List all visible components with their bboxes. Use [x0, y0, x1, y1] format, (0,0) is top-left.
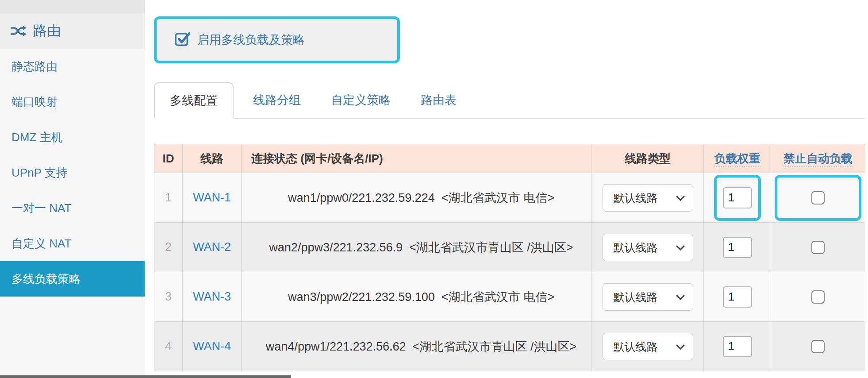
- tab-custom-policy[interactable]: 自定义策略: [320, 82, 401, 118]
- status-cell: wan3/ppw2/221.232.59.100 <湖北省武汉市 电信>: [242, 272, 592, 322]
- tab-label: 自定义策略: [331, 92, 391, 108]
- status-cell: wan2/ppw3/221.232.56.9 <湖北省武汉市青山区 /洪山区>: [242, 223, 592, 272]
- line-cell: WAN-4: [183, 322, 242, 371]
- sidebar-item-label: 自定义 NAT: [12, 236, 71, 251]
- sidebar-item-label: 一对一 NAT: [12, 201, 71, 216]
- line-type-select[interactable]: 默认线路: [603, 283, 693, 311]
- sidebar-item-dmz-host[interactable]: DMZ 主机: [0, 120, 145, 155]
- wan-line-link[interactable]: WAN-3: [193, 290, 231, 303]
- wan-lines-table: ID 线路 连接状态 (网卡/设备名/IP) 线路类型 负载权重 禁止自动负载 …: [154, 144, 865, 371]
- weight-input[interactable]: [723, 286, 752, 308]
- sidebar-item-label: 端口映射: [12, 94, 58, 110]
- disable-auto-load-checkbox[interactable]: [811, 241, 825, 254]
- tab-bar: 多线配置 线路分组 自定义策略 路由表: [154, 82, 865, 119]
- enable-multiline-label: 启用多线负载及策略: [197, 32, 305, 48]
- weight-cell: [704, 322, 771, 371]
- checkbox-checked-icon[interactable]: [174, 31, 190, 49]
- line-type-cell: 默认线路: [592, 322, 704, 371]
- id-cell: 4: [154, 322, 183, 371]
- line-type-select[interactable]: 默认线路: [603, 184, 693, 212]
- weight-box: [714, 224, 761, 270]
- col-header-line: 线路: [183, 144, 242, 173]
- table-header-row: ID 线路 连接状态 (网卡/设备名/IP) 线路类型 负载权重 禁止自动负载: [154, 144, 865, 173]
- sidebar-title-label: 路由: [33, 21, 61, 41]
- sidebar-item-one-to-one-nat[interactable]: 一对一 NAT: [0, 190, 145, 226]
- line-type-cell: 默认线路: [592, 173, 704, 223]
- weight-box: [714, 324, 761, 370]
- weight-input[interactable]: [723, 336, 752, 357]
- status-cell: wan4/ppw1/221.232.56.62 <湖北省武汉市青山区 /洪山区>: [242, 322, 592, 371]
- table-row: 1 WAN-1 wan1/ppw0/221.232.59.224 <湖北省武汉市…: [154, 173, 865, 223]
- disable-cell: [771, 272, 865, 322]
- weight-cell: [704, 173, 771, 223]
- line-type-select-wrap: 默认线路: [603, 234, 693, 261]
- sidebar-item-multiline-load-policy[interactable]: 多线负载策略: [0, 261, 145, 297]
- shuffle-icon: [10, 24, 27, 38]
- weight-cell: [704, 272, 771, 322]
- sidebar-menu: 静态路由 端口映射 DMZ 主机 UPnP 支持 一对一 NAT 自定义 NAT…: [0, 49, 145, 297]
- line-type-select-wrap: 默认线路: [603, 283, 693, 311]
- line-type-select[interactable]: 默认线路: [603, 234, 693, 261]
- line-type-cell: 默认线路: [592, 223, 704, 272]
- line-cell: WAN-3: [183, 272, 242, 322]
- tab-line-grouping[interactable]: 线路分组: [242, 82, 311, 118]
- line-type-select[interactable]: 默认线路: [603, 333, 693, 360]
- bottom-edge-shadow: [0, 375, 291, 378]
- line-type-select-wrap: 默认线路: [603, 184, 693, 212]
- weight-input[interactable]: [723, 187, 752, 208]
- line-type-cell: 默认线路: [592, 272, 704, 322]
- status-cell: wan1/ppw0/221.232.59.224 <湖北省武汉市 电信>: [242, 173, 592, 223]
- col-header-weight: 负载权重: [704, 144, 771, 173]
- disable-auto-load-checkbox[interactable]: [811, 290, 825, 304]
- weight-help-link[interactable]: 负载权重: [714, 152, 760, 167]
- tab-label: 多线配置: [170, 93, 218, 108]
- id-cell: 3: [154, 272, 183, 322]
- line-cell: WAN-1: [183, 173, 242, 223]
- highlight-box: [714, 175, 761, 221]
- col-header-disable: 禁止自动负载: [771, 144, 865, 173]
- sidebar-item-static-routes[interactable]: 静态路由: [0, 49, 145, 84]
- table-row: 2 WAN-2 wan2/ppw3/221.232.56.9 <湖北省武汉市青山…: [154, 223, 865, 272]
- weight-box: [714, 274, 761, 320]
- line-cell: WAN-2: [183, 223, 242, 272]
- checkbox-box: [775, 324, 861, 370]
- line-type-select-wrap: 默认线路: [603, 333, 693, 360]
- table-row: 3 WAN-3 wan3/ppw2/221.232.59.100 <湖北省武汉市…: [154, 272, 865, 322]
- disable-cell: [771, 223, 865, 272]
- sidebar-item-label: DMZ 主机: [12, 130, 63, 145]
- table-row: 4 WAN-4 wan4/ppw1/221.232.56.62 <湖北省武汉市青…: [154, 322, 865, 371]
- enable-multiline-highlight-box[interactable]: 启用多线负载及策略: [154, 16, 400, 63]
- disable-auto-load-checkbox[interactable]: [811, 340, 825, 353]
- sidebar-header: 路由: [0, 0, 145, 49]
- sidebar-item-label: 静态路由: [12, 59, 58, 74]
- highlight-box: [775, 175, 861, 221]
- col-header-status: 连接状态 (网卡/设备名/IP): [242, 144, 592, 173]
- sidebar-item-port-mapping[interactable]: 端口映射: [0, 84, 145, 120]
- tab-label: 路由表: [421, 92, 457, 108]
- sidebar-item-label: UPnP 支持: [12, 165, 68, 181]
- sidebar-item-label: 多线负载策略: [12, 271, 81, 287]
- tab-multiline-config[interactable]: 多线配置: [154, 82, 234, 119]
- sidebar-item-custom-nat[interactable]: 自定义 NAT: [0, 226, 145, 261]
- wan-line-link[interactable]: WAN-4: [193, 339, 231, 353]
- col-header-type: 线路类型: [592, 144, 704, 173]
- checkbox-box: [775, 274, 861, 320]
- tab-routing-table[interactable]: 路由表: [410, 82, 467, 118]
- id-cell: 1: [154, 173, 183, 223]
- disable-help-link[interactable]: 禁止自动负载: [784, 152, 853, 167]
- sidebar-top-strip: [0, 0, 145, 13]
- weight-input[interactable]: [723, 237, 752, 258]
- weight-cell: [704, 223, 771, 272]
- wan-line-link[interactable]: WAN-1: [193, 191, 231, 204]
- disable-auto-load-checkbox[interactable]: [811, 191, 825, 204]
- sidebar-item-upnp[interactable]: UPnP 支持: [0, 155, 145, 190]
- id-cell: 2: [154, 223, 183, 272]
- tab-label: 线路分组: [253, 92, 301, 108]
- router-admin-page: 路由 静态路由 端口映射 DMZ 主机 UPnP 支持 一对一 NAT 自定义 …: [0, 0, 868, 378]
- sidebar-section-routing[interactable]: 路由: [10, 13, 61, 49]
- disable-cell: [771, 173, 865, 223]
- disable-cell: [771, 322, 865, 371]
- checkbox-box: [775, 224, 861, 270]
- wan-line-link[interactable]: WAN-2: [193, 240, 231, 254]
- sidebar: 路由 静态路由 端口映射 DMZ 主机 UPnP 支持 一对一 NAT 自定义 …: [0, 0, 145, 378]
